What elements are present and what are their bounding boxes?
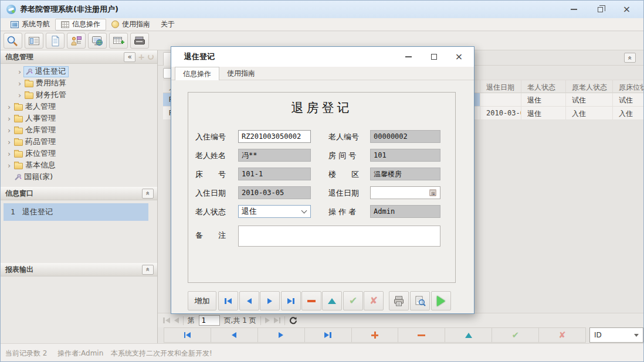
execute-button[interactable] — [431, 291, 451, 310]
expander-icon[interactable]: › — [5, 114, 13, 123]
insert-record-button[interactable] — [352, 328, 399, 342]
add-button[interactable]: 增加 — [188, 291, 216, 310]
page-next-button[interactable] — [265, 317, 270, 323]
menu-item-about[interactable]: 关于 — [155, 19, 180, 30]
column-header[interactable]: 退住日期 — [480, 80, 521, 93]
page-last-button[interactable] — [274, 317, 281, 323]
grid-cell[interactable]: 入住 — [613, 107, 644, 120]
chevron-down-icon — [301, 207, 307, 213]
menu-item-info-operation[interactable]: 信息操作 — [55, 19, 106, 30]
post-record-button[interactable]: ✔ — [492, 328, 539, 342]
nav-prev-button[interactable] — [211, 328, 258, 342]
grid-cell[interactable]: 退住 — [521, 93, 566, 107]
document-icon — [49, 35, 62, 47]
nav-last-button[interactable] — [305, 328, 352, 342]
table-add-button[interactable] — [109, 33, 128, 49]
collapse-up-button[interactable]: « — [142, 189, 154, 199]
grid-cell[interactable]: 入住 — [566, 107, 613, 120]
expander-icon[interactable]: › — [5, 161, 13, 170]
refresh-tree-icon[interactable] — [148, 54, 154, 60]
collapse-grid-button[interactable]: « — [624, 53, 636, 63]
column-header[interactable]: 原老人状态 — [566, 80, 613, 93]
elder-status-select[interactable]: 退住 — [238, 205, 311, 218]
db-post-button[interactable]: ✔ — [343, 291, 363, 310]
page-prev-button[interactable] — [174, 317, 179, 323]
restore-button[interactable] — [587, 1, 614, 18]
expander-icon[interactable]: › — [5, 103, 13, 111]
close-button[interactable]: × — [614, 1, 640, 18]
db-first-button[interactable] — [218, 291, 238, 310]
edit-record-button[interactable] — [445, 328, 492, 342]
device-button[interactable] — [130, 33, 149, 49]
remark-textarea[interactable] — [238, 226, 440, 247]
tool-icon — [25, 68, 33, 76]
tree-item-fee[interactable]: › 费用结算 — [16, 77, 69, 89]
personnel-button[interactable] — [67, 33, 86, 49]
menu-item-user-guide[interactable]: 使用指南 — [106, 19, 155, 30]
search-button[interactable] — [4, 33, 22, 49]
dialog-tab-user-guide[interactable]: 使用指南 — [219, 67, 263, 80]
dialog-tab-info-operation[interactable]: 信息操作 — [175, 67, 219, 80]
new-document-button[interactable] — [46, 33, 65, 49]
expander-icon[interactable]: › — [5, 149, 13, 158]
checkout-dialog: 退住登记 × 信息操作 使用指南 退房登记 入住编号 老人编号 00000002… — [171, 46, 474, 314]
add-node-icon[interactable]: + — [138, 52, 145, 62]
field-label: 老人编号 — [328, 132, 359, 142]
column-header[interactable]: 老人状态 — [521, 80, 566, 93]
tree-item-warehouse[interactable]: › 仓库管理 — [5, 124, 58, 136]
expander-icon[interactable]: › — [5, 138, 13, 146]
print-button[interactable] — [389, 291, 409, 310]
grid-filter-input-partial[interactable] — [163, 68, 171, 78]
tree-item-finance[interactable]: › 财务托管 — [16, 89, 69, 101]
db-delete-button[interactable] — [301, 291, 321, 310]
grid-cell[interactable]: 试住 — [566, 93, 613, 107]
expander-icon[interactable]: › — [16, 67, 23, 76]
minimize-button[interactable] — [561, 1, 587, 18]
checkin-no-input[interactable] — [238, 130, 311, 143]
grid-cell[interactable] — [480, 93, 521, 107]
tree-item-basic-info[interactable]: › 基本信息 — [5, 159, 58, 171]
collapse-left-button[interactable]: « — [124, 52, 135, 62]
page-first-button[interactable] — [163, 317, 170, 323]
tree-item-nationality[interactable]: 国籍(家) — [13, 171, 55, 183]
grid-cell[interactable]: 2010-03-05 — [480, 107, 521, 120]
info-window-panel-header: 信息窗口 « — [1, 187, 157, 200]
info-window-item[interactable]: 1 退住登记 — [4, 203, 148, 221]
preview-button[interactable] — [410, 291, 430, 310]
grid-cell[interactable]: 试住 — [613, 93, 644, 107]
dialog-close-button[interactable]: × — [446, 47, 472, 67]
tree-item-elder[interactable]: › 老人管理 — [5, 101, 58, 112]
form-view-button[interactable] — [25, 33, 43, 49]
db-last-button[interactable] — [281, 291, 301, 310]
sort-field-dropdown[interactable]: ID — [589, 327, 643, 343]
menu-item-system-nav[interactable]: 系统导航 — [5, 19, 55, 30]
expander-icon[interactable]: › — [5, 126, 13, 135]
sidebar: 信息管理 « + › 退住登记 › 费用结算 › 财务托管 — [1, 50, 158, 343]
expander-icon[interactable]: › — [16, 79, 23, 88]
calendar-button[interactable] — [427, 187, 439, 198]
page-number-input[interactable] — [199, 315, 220, 326]
dialog-minimize-button[interactable] — [396, 47, 421, 67]
refresh-icon[interactable] — [289, 316, 297, 325]
restore-icon — [598, 7, 603, 12]
delete-record-button[interactable] — [398, 328, 445, 342]
nav-next-button[interactable] — [258, 328, 305, 342]
expander-icon[interactable]: › — [16, 91, 23, 100]
monitor-button[interactable] — [88, 33, 107, 49]
dialog-maximize-button[interactable] — [421, 47, 446, 67]
cancel-record-button[interactable]: ✘ — [539, 328, 586, 342]
db-next-button[interactable] — [260, 291, 280, 310]
db-prev-button[interactable] — [239, 291, 259, 310]
checkout-date-input[interactable] — [370, 186, 440, 199]
db-cancel-button[interactable]: ✘ — [364, 291, 384, 310]
tree-item-bed[interactable]: › 床位管理 — [5, 148, 58, 159]
nav-first-button[interactable] — [164, 328, 211, 342]
collapse-up-button[interactable]: « — [142, 265, 154, 275]
grid-cell[interactable]: 退住 — [521, 107, 566, 120]
column-header[interactable]: 原床位状 — [613, 80, 644, 93]
tree-item-hr[interactable]: › 人事管理 — [5, 112, 58, 124]
close-icon: × — [455, 52, 463, 62]
tree-item-checkout[interactable]: › 退住登记 — [16, 66, 69, 77]
db-edit-button[interactable] — [322, 291, 342, 310]
tree-item-medicine[interactable]: › 药品管理 — [5, 136, 58, 148]
